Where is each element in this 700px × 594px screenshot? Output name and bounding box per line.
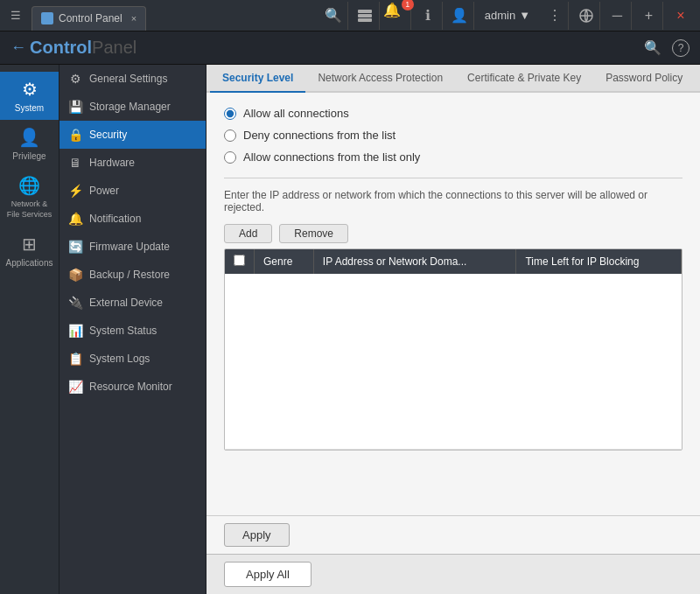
main-layout: ⚙ System 👤 Privilege 🌐 Network &File Ser… [0,65,700,594]
minimize-button[interactable]: ─ [604,2,632,30]
cs-label-system-logs: System Logs [89,353,150,365]
tab-certificate[interactable]: Certificate & Private Key [455,65,593,93]
cs-label-external-device: External Device [89,297,163,309]
network-icon-btn[interactable] [572,2,600,30]
sidebar-item-system[interactable]: ⚙ System [0,72,59,120]
admin-chevron-icon: ▼ [519,9,530,22]
cs-item-security[interactable]: 🔒 Security [60,121,206,149]
cs-label-storage-manager: Storage Manager [89,101,171,113]
info-icon-btn[interactable]: ℹ [415,2,443,30]
select-all-checkbox[interactable] [234,255,245,266]
sidebar-item-applications[interactable]: ⊞ Applications [0,227,59,275]
tab-label: Control Panel [59,12,122,24]
sidebar-item-privilege[interactable]: 👤 Privilege [0,120,59,168]
cs-item-power[interactable]: ⚡ Power [60,177,206,205]
cs-label-system-status: System Status [89,325,157,337]
title-bar-icons: 🔍 🔔 1 ℹ 👤 admin ▼ ⋮ ─ [320,2,700,30]
stack-icon-btn[interactable] [352,2,380,30]
cs-item-hardware[interactable]: 🖥 Hardware [60,149,206,177]
notification-badge: 1 [402,0,414,10]
content-area: Allow all connections Deny connections f… [206,93,700,515]
more-options-btn[interactable]: ⋮ [541,2,569,30]
sidebar-label-applications: Applications [6,258,53,268]
admin-dropdown-btn[interactable]: admin ▼ [478,9,537,22]
cs-item-storage-manager[interactable]: 💾 Storage Manager [60,93,206,121]
tab-close-button[interactable]: × [131,13,136,24]
notification-icon-btn[interactable]: 🔔 1 [383,2,411,30]
table-header-row: Genre IP Address or Network Doma... Time… [225,249,682,274]
radio-deny-list-label: Deny connections from the list [243,129,396,142]
cs-item-resource-monitor[interactable]: 📈 Resource Monitor [60,373,206,401]
radio-deny-list-input[interactable] [224,129,236,142]
system-status-icon: 📊 [68,324,82,338]
tab-password-policy[interactable]: Password Policy [593,65,695,93]
remove-button[interactable]: Remove [279,224,348,243]
control-panel-tab[interactable]: Control Panel × [32,6,146,31]
maximize-button[interactable]: + [635,2,663,30]
cs-label-backup-restore: Backup / Restore [89,269,170,281]
sidebar-item-network[interactable]: 🌐 Network &File Services [0,168,59,227]
radio-allow-list-label: Allow connections from the list only [243,150,420,164]
app-title-control: Control [30,38,92,57]
user-icon-btn[interactable]: 👤 [446,2,474,30]
tab-icon [41,12,53,24]
storage-manager-icon: 💾 [68,100,82,114]
search-icon-btn[interactable]: 🔍 [320,2,348,30]
cs-label-power: Power [89,185,119,197]
radio-deny-list[interactable]: Deny connections from the list [224,129,682,142]
admin-label: admin [485,9,515,22]
cs-label-hardware: Hardware [89,157,135,169]
radio-allow-all[interactable]: Allow all connections [224,107,682,120]
radio-allow-list[interactable]: Allow connections from the list only [224,150,682,164]
cs-label-general-settings: General Settings [89,73,167,85]
table-empty-row [225,274,682,449]
cs-item-firmware-update[interactable]: 🔄 Firmware Update [60,233,206,261]
col-checkbox [225,249,255,274]
apply-bar: Apply [206,515,700,554]
separator-1 [224,178,682,178]
notification-icon: 🔔 [68,212,82,226]
system-icon: ⚙ [22,79,38,100]
cs-item-notification[interactable]: 🔔 Notification [60,205,206,233]
apply-button[interactable]: Apply [224,523,290,547]
sidebar-label-network: Network &File Services [7,199,52,220]
cs-item-system-status[interactable]: 📊 System Status [60,317,206,345]
tab-security-level[interactable]: Security Level [210,65,305,93]
radio-allow-all-label: Allow all connections [243,107,349,120]
menu-button[interactable]: ☰ [0,0,32,31]
cs-label-security: Security [89,129,127,141]
cs-label-notification: Notification [89,213,141,225]
hardware-icon: 🖥 [68,156,82,170]
tab-network-access[interactable]: Network Access Protection [305,65,455,93]
app-search-icon[interactable]: 🔍 [644,39,662,57]
backup-icon: 📦 [68,268,82,282]
applications-icon: ⊞ [22,234,37,255]
app-bar-actions: 🔍 ? [644,39,690,57]
radio-allow-list-input[interactable] [224,151,236,164]
table-body [225,274,682,449]
svg-rect-1 [358,14,372,17]
col-ip-address: IP Address or Network Doma... [313,249,516,274]
title-bar: ☰ Control Panel × 🔍 🔔 1 ℹ 👤 admin ▼ ⋮ [0,0,700,31]
back-button[interactable]: ← [10,38,26,57]
col-time-left: Time Left for IP Blocking [516,249,682,274]
cs-item-system-logs[interactable]: 📋 System Logs [60,345,206,373]
cs-item-backup-restore[interactable]: 📦 Backup / Restore [60,261,206,289]
tab-bar: Control Panel × [32,1,320,31]
app-title-panel: Panel [92,38,136,57]
apply-all-button[interactable]: Apply All [224,562,312,587]
sidebar: ⚙ System 👤 Privilege 🌐 Network &File Ser… [0,65,60,594]
radio-allow-all-input[interactable] [224,108,236,120]
cs-label-resource-monitor: Resource Monitor [89,381,172,393]
app-help-icon[interactable]: ? [672,39,690,57]
ip-table: Genre IP Address or Network Doma... Time… [225,249,682,450]
content-sidebar: ⚙ General Settings 💾 Storage Manager 🔒 S… [60,65,206,594]
resource-monitor-icon: 📈 [68,380,82,394]
network-file-icon: 🌐 [18,175,40,196]
cs-item-external-device[interactable]: 🔌 External Device [60,289,206,317]
close-button[interactable]: × [667,2,695,30]
app-bar: ← ControlPanel 🔍 ? [0,31,700,65]
cs-item-general-settings[interactable]: ⚙ General Settings [60,65,206,93]
col-genre: Genre [255,249,314,274]
add-button[interactable]: Add [224,224,272,243]
